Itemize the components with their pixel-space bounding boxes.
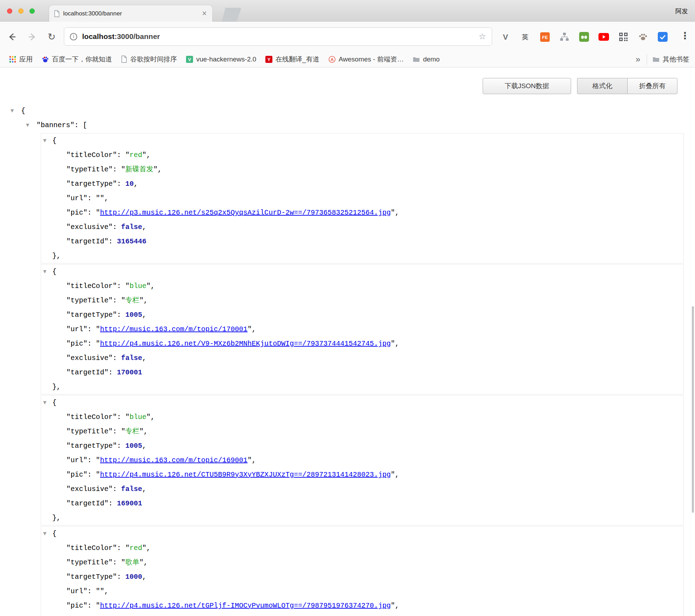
back-button[interactable] [6, 31, 18, 43]
bookmark-item[interactable]: Y在线翻译_有道 [262, 53, 323, 65]
reload-button[interactable]: ↻ [46, 31, 58, 43]
scrollbar-thumb[interactable] [692, 306, 694, 513]
collapse-toggle-icon[interactable]: ▼ [11, 104, 14, 118]
json-punctuation: : [87, 602, 96, 610]
json-punctuation: : [113, 427, 121, 435]
json-punctuation: : [87, 456, 96, 464]
json-line: }, [41, 511, 683, 525]
json-punctuation: , [142, 354, 146, 362]
json-tree: ▼{▼"banners": [▼{"titleColor": "red","ty… [0, 104, 695, 616]
window-controls [7, 8, 35, 14]
json-key: "pic" [66, 471, 87, 479]
json-punctuation: : [117, 180, 125, 188]
json-line: "titleColor": "blue", [41, 279, 683, 293]
vimium-icon[interactable]: V [500, 31, 511, 42]
json-punctuation: : [117, 442, 125, 450]
json-punctuation: , [146, 151, 151, 159]
new-tab-button[interactable] [222, 8, 241, 22]
bookmark-item[interactable]: 应用 [6, 53, 36, 65]
json-line: "exclusive": false, [41, 482, 683, 496]
json-boolean-value: false [121, 485, 142, 493]
json-punctuation: , [144, 296, 148, 304]
json-link[interactable]: http://p4.music.126.net/tGPljf-IMOCyPvum… [100, 602, 391, 610]
page-info-icon[interactable]: i [70, 33, 77, 40]
page-favicon-icon [54, 10, 60, 17]
forward-button[interactable] [26, 31, 38, 43]
json-string-value: 专栏 [125, 427, 139, 435]
bookmark-item[interactable]: 百度一下，你就知道 [38, 53, 115, 65]
json-link[interactable]: http://p3.music.126.net/s25q2x5QyqsAzilC… [100, 209, 391, 217]
json-punctuation: : [87, 209, 96, 217]
json-punctuation: , [395, 209, 399, 217]
download-json-button[interactable]: 下载JSON数据 [483, 78, 571, 94]
json-link[interactable]: http://music.163.com/m/topic/169001 [100, 456, 247, 464]
collapse-toggle-icon[interactable]: ▼ [43, 395, 46, 410]
json-punctuation: , [158, 165, 162, 173]
other-bookmarks-folder[interactable]: 其他书签 [647, 54, 689, 65]
json-punctuation: }, [52, 252, 61, 260]
json-link[interactable]: http://p4.music.126.net/CTU5B9R9y3XyYBZX… [100, 471, 391, 479]
tampermonkey-icon[interactable] [578, 31, 590, 42]
collapse-toggle-icon[interactable]: ▼ [43, 264, 46, 279]
json-key: "targetId" [66, 237, 108, 245]
org-icon[interactable] [559, 31, 570, 42]
json-punctuation: : [117, 573, 125, 581]
bookmark-item[interactable]: 谷歌按时间排序 [118, 53, 180, 65]
json-string-value: 专栏 [125, 296, 139, 304]
json-punctuation: , [395, 471, 399, 479]
collapse-toggle-icon[interactable]: ▼ [43, 526, 46, 541]
svg-text:V: V [188, 57, 191, 62]
bookmarks-overflow-chevron[interactable]: » [631, 54, 644, 64]
json-string-value: 新碟首发 [125, 165, 153, 173]
collapse-toggle-icon[interactable]: ▼ [26, 118, 29, 132]
bookmark-item[interactable]: demo [409, 53, 443, 65]
qrcode-icon[interactable] [618, 31, 629, 42]
json-punctuation: " [391, 340, 395, 348]
json-key: "url" [66, 587, 87, 595]
json-key: "typeTitle" [66, 165, 113, 173]
collapse-all-button[interactable]: 折叠所有 [627, 78, 677, 94]
tab-close-icon[interactable]: × [201, 9, 207, 18]
json-line: ▼{ [0, 104, 695, 118]
bookmark-label: 在线翻译_有道 [276, 55, 319, 64]
paw-icon[interactable] [637, 31, 649, 42]
close-window-button[interactable] [7, 8, 12, 14]
json-string-value: blue [130, 282, 146, 290]
collapse-toggle-icon[interactable]: ▼ [43, 133, 46, 148]
json-punctuation: : [117, 413, 125, 421]
browser-tab[interactable]: localhost:3000/banner × [49, 5, 212, 22]
json-string-value: 歌单 [125, 558, 139, 566]
bookmark-item[interactable]: Vvue-hackernews-2.0 [183, 53, 260, 65]
json-link[interactable]: http://music.163.com/m/topic/170001 [100, 325, 247, 333]
extension-icons: V英FE [500, 31, 668, 43]
bookmark-item[interactable]: AAwesomes - 前端资… [325, 53, 407, 65]
json-line: "pic": "http://p4.music.126.net/CTU5B9R9… [41, 467, 683, 482]
json-punctuation: " [96, 209, 100, 217]
json-key: "targetType" [66, 311, 117, 319]
profile-name[interactable]: 阿发 [675, 7, 688, 15]
json-punctuation: " [125, 544, 130, 552]
browser-menu-icon[interactable]: ⋮ [680, 30, 690, 41]
security-icon[interactable] [657, 31, 668, 42]
json-punctuation: : [113, 354, 121, 362]
json-line: "exclusive": false [41, 613, 683, 616]
json-punctuation: " [96, 340, 100, 348]
address-bar[interactable]: i localhost:3000/banner ☆ [64, 27, 492, 46]
json-line: "url": "http://music.163.com/m/topic/169… [41, 453, 683, 467]
json-link[interactable]: http://p4.music.126.net/V9-MXz6b2MNhEKju… [100, 340, 391, 348]
json-punctuation: " [125, 151, 130, 159]
fe-icon[interactable]: FE [539, 31, 550, 42]
json-punctuation: : [ [74, 121, 87, 129]
json-key: "titleColor" [66, 151, 117, 159]
youtube-icon[interactable] [598, 31, 609, 42]
bookmark-star-icon[interactable]: ☆ [478, 32, 486, 41]
json-line: "targetType": 1005, [41, 439, 683, 453]
json-punctuation: , [142, 442, 146, 450]
translate-icon[interactable]: 英 [519, 31, 531, 42]
browser-toolbar: ↻ i localhost:3000/banner ☆ V英FE ⋮ [0, 22, 695, 51]
json-punctuation: : [108, 368, 117, 376]
bookmark-items: 应用百度一下，你就知道谷歌按时间排序Vvue-hackernews-2.0Y在线… [6, 53, 443, 65]
zoom-window-button[interactable] [29, 8, 35, 14]
format-button[interactable]: 格式化 [577, 78, 627, 94]
minimize-window-button[interactable] [18, 8, 24, 14]
